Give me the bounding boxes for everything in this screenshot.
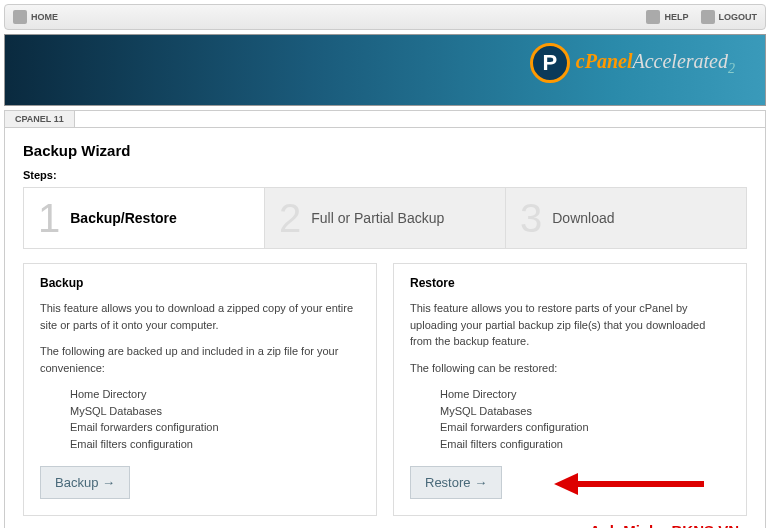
list-item: Email forwarders configuration: [70, 419, 360, 436]
logout-icon: [701, 10, 715, 24]
backup-items-list: Home Directory MySQL Databases Email for…: [70, 386, 360, 452]
page-title: Backup Wizard: [23, 142, 747, 159]
list-item: Email filters configuration: [440, 436, 730, 453]
list-item: Home Directory: [70, 386, 360, 403]
backup-button[interactable]: Backup →: [40, 466, 130, 499]
backup-desc-2: The following are backed up and included…: [40, 343, 360, 376]
logout-link[interactable]: LOGOUT: [701, 10, 758, 24]
breadcrumb-item[interactable]: CPANEL 11: [5, 111, 75, 127]
credit-text: Anh Minh - BKNS.VN: [23, 522, 739, 528]
steps-label: Steps:: [23, 169, 747, 181]
step-2-full-partial[interactable]: 2 Full or Partial Backup: [264, 188, 505, 248]
list-item: Email forwarders configuration: [440, 419, 730, 436]
logo-circle-icon: P: [530, 43, 570, 83]
help-icon: [646, 10, 660, 24]
help-link[interactable]: HELP: [646, 10, 688, 24]
backup-desc-1: This feature allows you to download a zi…: [40, 300, 360, 333]
logo-accelerated-text: Accelerated: [633, 50, 729, 72]
breadcrumb: CPANEL 11: [4, 110, 766, 127]
step-label: Full or Partial Backup: [311, 210, 444, 226]
restore-panel: Restore This feature allows you to resto…: [393, 263, 747, 516]
restore-title: Restore: [410, 276, 730, 290]
restore-button[interactable]: Restore →: [410, 466, 502, 499]
list-item: Home Directory: [440, 386, 730, 403]
cpanel-logo: P cPanelAccelerated2: [530, 43, 735, 83]
home-link[interactable]: HOME: [13, 10, 58, 24]
home-icon: [13, 10, 27, 24]
annotation-arrow-icon: [554, 469, 704, 499]
step-label: Download: [552, 210, 614, 226]
restore-desc-1: This feature allows you to restore parts…: [410, 300, 730, 350]
backup-panel: Backup This feature allows you to downlo…: [23, 263, 377, 516]
wizard-steps: 1 Backup/Restore 2 Full or Partial Backu…: [23, 187, 747, 249]
step-number: 1: [38, 198, 60, 238]
step-number: 2: [279, 198, 301, 238]
list-item: MySQL Databases: [70, 403, 360, 420]
step-1-backup-restore[interactable]: 1 Backup/Restore: [24, 188, 264, 248]
step-3-download[interactable]: 3 Download: [505, 188, 746, 248]
step-label: Backup/Restore: [70, 210, 177, 226]
list-item: MySQL Databases: [440, 403, 730, 420]
step-number: 3: [520, 198, 542, 238]
logo-cpanel-text: cPanel: [576, 50, 633, 72]
topbar: HOME HELP LOGOUT: [4, 4, 766, 30]
restore-desc-2: The following can be restored:: [410, 360, 730, 377]
main-content: Backup Wizard Steps: 1 Backup/Restore 2 …: [4, 127, 766, 528]
logo-sub-text: 2: [728, 61, 735, 76]
banner: P cPanelAccelerated2: [4, 34, 766, 106]
svg-marker-1: [554, 473, 578, 495]
restore-items-list: Home Directory MySQL Databases Email for…: [440, 386, 730, 452]
backup-title: Backup: [40, 276, 360, 290]
list-item: Email filters configuration: [70, 436, 360, 453]
